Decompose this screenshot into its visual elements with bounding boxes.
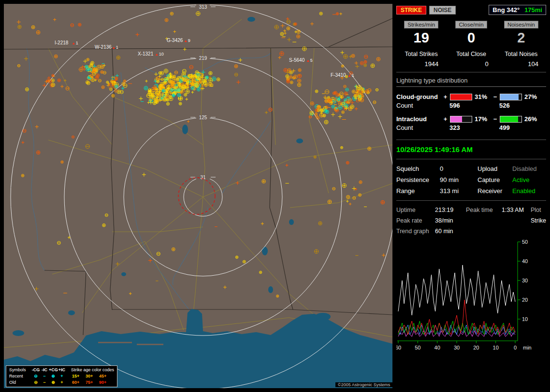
status-grid: Squelch 0 Upload Disabled Persistence 90… (396, 165, 546, 195)
total-strikes-value: 1944 (396, 60, 446, 68)
legend-recent-row: Recent ⊖ − ⊕ + 15+ 30+ 45+ (9, 373, 114, 379)
distribution-title: Lightning type distribution (396, 77, 546, 87)
lightning-map[interactable]: 31125219313I-22181W-21361X-132110G-34269… (4, 4, 392, 388)
ic-negative-pct: 26% (524, 115, 540, 123)
plus-sign: + (443, 93, 448, 100)
legend-old-row: Old ⊖ − ⊕ + 60+ 75+ 90+ (9, 379, 114, 386)
total-close-label: Total Close (446, 51, 496, 57)
noise-toggle-button[interactable]: NOISE (429, 6, 456, 14)
uptime-label: Uptime (396, 207, 435, 213)
plot-value: Strike (531, 217, 546, 224)
divider (396, 159, 546, 159)
rates-row: Strikes/min 19 Close/min 0 Noises/min 2 (396, 21, 546, 46)
svg-text:9: 9 (188, 38, 190, 43)
neg-ic-symbol-icon: − (40, 379, 49, 386)
total-noises-label: Total Noises (496, 51, 546, 57)
total-strikes: Total Strikes 1944 (396, 51, 446, 68)
svg-text:5: 5 (310, 58, 313, 63)
range-value: 313 mi (440, 187, 478, 195)
copyright-text: ©2005 Astrogenic Systems (335, 382, 392, 387)
plus-sign: + (443, 115, 448, 123)
svg-text:219: 219 (199, 56, 207, 61)
svg-text:min: min (523, 345, 532, 350)
legend-recent-label: Recent (9, 373, 31, 379)
plot-label: Plot (531, 207, 546, 213)
ic-negative-count: 499 (491, 124, 540, 131)
cg-negative-pct: 27% (524, 93, 540, 100)
strikes-per-min-button[interactable]: Strikes/min (404, 21, 438, 28)
svg-text:1: 1 (352, 73, 354, 78)
minus-sign: − (493, 93, 497, 100)
side-panel: STRIKE NOISE Bng 342° 175mi Strikes/min … (396, 4, 546, 388)
datetime-display: 10/26/2025 1:49:16 AM (396, 145, 546, 154)
strike-legend: Symbols -CG -IC +CG +IC Strike age color… (6, 365, 117, 387)
cg-positive-pct: 31% (475, 93, 491, 100)
noises-per-min-value: 2 (496, 30, 546, 46)
pos-ic-symbol-icon: + (58, 379, 66, 386)
svg-text:S-5640: S-5640 (289, 57, 305, 63)
age-75-label: 75+ (86, 379, 98, 386)
svg-text:10: 10 (493, 345, 499, 350)
svg-text:0: 0 (514, 345, 517, 350)
cloud-ground-label: Cloud-ground (396, 93, 441, 100)
svg-text:I-2218: I-2218 (55, 40, 69, 45)
total-close-value: 0 (446, 60, 496, 68)
svg-text:40: 40 (522, 258, 528, 264)
age-30-label: 30+ (86, 373, 98, 379)
close-per-min-button[interactable]: Close/min (455, 21, 487, 28)
pos-cg-symbol-icon: ⊕ (49, 373, 58, 379)
totals-row: Total Strikes 1944 Total Close 0 Total N… (396, 51, 546, 68)
stats-grid: Uptime 213:19 Peak time 1:33 AM Plot Pea… (396, 207, 546, 235)
peak-rate-label: Peak rate (396, 217, 435, 224)
age-60-label: 60+ (72, 379, 85, 386)
svg-text:G-3426: G-3426 (167, 38, 183, 43)
legend-header-row: Symbols -CG -IC +CG +IC Strike age color… (9, 367, 114, 373)
strike-toggle-button[interactable]: STRIKE (396, 6, 426, 14)
cg-positive-bar (450, 94, 472, 100)
ic-negative-bar (500, 116, 522, 123)
svg-text:50: 50 (522, 240, 528, 245)
trend-graph: 10203040506050403020100min (396, 240, 542, 352)
pos-ic-symbol-icon: + (58, 373, 66, 379)
svg-text:60: 60 (396, 345, 401, 350)
noises-per-min-button[interactable]: Noises/min (504, 21, 538, 28)
total-strikes-label: Total Strikes (396, 51, 446, 57)
upload-label: Upload (478, 165, 512, 172)
upload-value: Disabled (512, 165, 546, 172)
cloud-ground-row: Cloud-ground + 31% − 27% (396, 93, 546, 100)
neg-cg-symbol-icon: ⊖ (31, 379, 40, 386)
peak-rate-value: 38/min (435, 217, 466, 224)
strikes-per-min-value: 19 (396, 30, 446, 46)
trend-window-value: 60 min (435, 228, 466, 235)
legend-old-label: Old (9, 379, 31, 386)
close-per-min-value: 0 (446, 30, 496, 46)
count-label: Count (396, 102, 441, 109)
pos-cg-symbol-icon: ⊕ (49, 379, 58, 386)
divider (396, 200, 546, 201)
cg-negative-bar (500, 94, 522, 100)
intracloud-row: Intracloud + 17% − 26% (396, 115, 546, 123)
receiver-value: Enabled (512, 187, 546, 195)
mode-toolbar: STRIKE NOISE Bng 342° 175mi (396, 5, 546, 15)
legend-col-pos-ic: +IC (58, 367, 66, 373)
svg-text:30: 30 (522, 278, 528, 283)
svg-text:31: 31 (200, 175, 206, 180)
map-panel[interactable]: 31125219313I-22181W-21361X-132110G-34269… (4, 4, 392, 388)
ic-positive-bar (450, 116, 472, 123)
svg-text:1: 1 (76, 41, 78, 45)
persistence-value: 90 min (440, 176, 478, 183)
range-label: Range (396, 187, 440, 195)
legend-age-title: Strike age color codes (71, 367, 114, 373)
receiver-label: Receiver (478, 187, 512, 195)
persistence-label: Persistence (396, 176, 440, 183)
svg-text:50: 50 (415, 345, 420, 350)
divider (396, 140, 546, 140)
neg-cg-symbol-icon: ⊖ (31, 373, 40, 379)
age-45-label: 45+ (99, 373, 112, 379)
legend-col-neg-cg: -CG (31, 367, 40, 373)
close-per-min: Close/min 0 (446, 21, 496, 46)
svg-text:125: 125 (199, 115, 207, 120)
svg-text:F-3410: F-3410 (331, 72, 346, 78)
svg-text:40: 40 (434, 345, 440, 350)
cg-negative-count: 526 (491, 102, 540, 109)
